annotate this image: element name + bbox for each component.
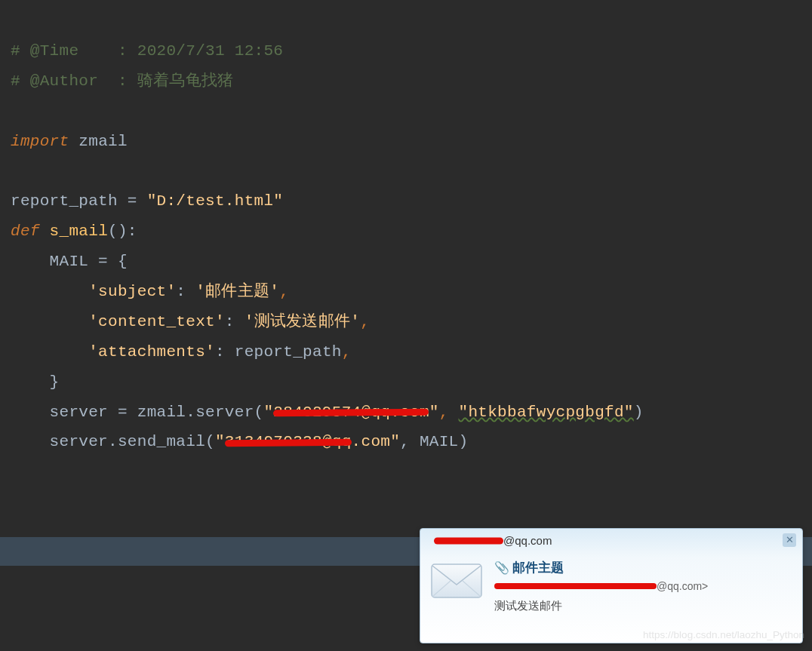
server-send: server.send_mail( — [11, 433, 215, 450]
redacted-from — [494, 580, 657, 592]
mail-dict-close: } — [11, 373, 60, 391]
svg-rect-0 — [432, 564, 481, 597]
redacted-email-2: 3134970338@qq — [225, 427, 352, 457]
watermark: https://blog.csdn.net/laozhu_Python — [643, 625, 804, 645]
popup-subject-line[interactable]: 📎 邮件主题 — [494, 557, 793, 578]
popup-body: 📎 邮件主题 @qq.com> 测试发送邮件 — [420, 551, 802, 621]
module-name: zmail — [69, 133, 127, 150]
comment-time: # @Time : 2020/7/31 12:56 — [11, 42, 283, 60]
keyword-def: def — [11, 223, 40, 240]
val-attachments: report_path — [235, 343, 342, 361]
mail-dict-open: MAIL = { — [11, 253, 128, 270]
comment-author: # @Author : 骑着乌龟找猪 — [11, 72, 234, 90]
popup-content-text: 测试发送邮件 — [494, 597, 793, 615]
var-report-path: report_path — [11, 192, 128, 210]
popup-content: 📎 邮件主题 @qq.com> 测试发送邮件 — [494, 557, 793, 615]
keyword-import: import — [11, 133, 69, 150]
close-icon[interactable]: ✕ — [783, 533, 796, 547]
val-content-text: '测试发送邮件' — [245, 313, 361, 330]
popup-from-line: @qq.com> — [494, 578, 793, 594]
popup-sender-domain: @qq.com — [503, 530, 552, 552]
string-password: "htkbbafwycpgbgfd" — [459, 404, 634, 421]
server-assign: server = zmail.server( — [11, 404, 263, 421]
popup-from-domain: @qq.com> — [657, 578, 708, 594]
key-content-text: 'content_text' — [11, 313, 225, 330]
key-attachments: 'attachments' — [11, 343, 215, 361]
val-subject: '邮件主题' — [195, 283, 279, 300]
code-editor[interactable]: # @Time : 2020/7/31 12:56 # @Author : 骑着… — [0, 0, 812, 537]
attachment-icon: 📎 — [494, 558, 509, 578]
func-s-mail: s_mail — [40, 223, 108, 240]
string-path: "D:/test.html" — [137, 192, 284, 210]
key-subject: 'subject' — [11, 283, 176, 300]
redacted-sender — [434, 534, 503, 548]
popup-header: @qq.com ✕ — [420, 529, 802, 551]
popup-subject-text: 邮件主题 — [512, 557, 564, 578]
envelope-icon — [429, 560, 484, 601]
redacted-email-1: 284029574@qq.com — [273, 398, 429, 428]
